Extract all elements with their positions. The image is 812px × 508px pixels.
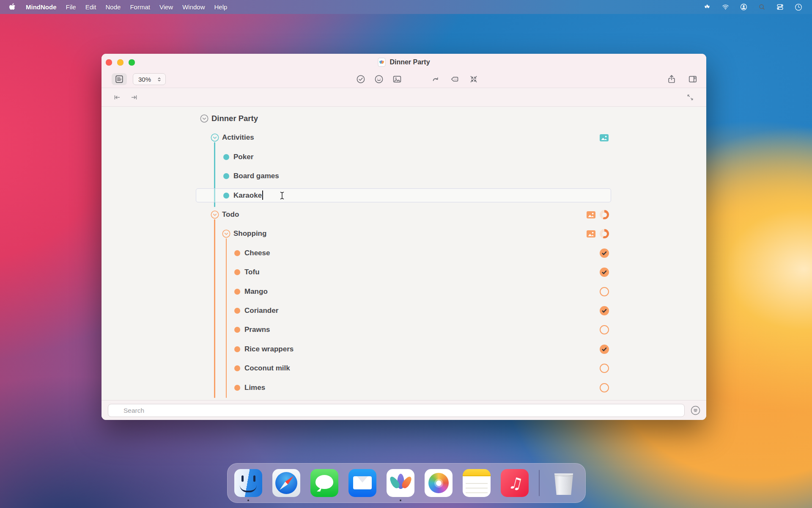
arrow-bar-right-icon[interactable] xyxy=(129,92,139,102)
outline-row-dinner-party[interactable]: Dinner Party xyxy=(102,109,706,128)
outline-row-board-games[interactable]: Board games xyxy=(102,167,706,185)
outline-row-tofu[interactable]: Tofu xyxy=(102,263,706,282)
task-circle-icon[interactable] xyxy=(356,74,366,84)
menu-format[interactable]: Format xyxy=(130,3,150,11)
arrow-bar-left-icon[interactable] xyxy=(112,92,122,102)
dock-photos-icon[interactable] xyxy=(425,469,453,497)
zoom-level: 30% xyxy=(138,76,151,83)
outline: Dinner PartyActivitiesPokerBoard gamesKa… xyxy=(102,107,706,400)
minimize-button[interactable] xyxy=(117,59,123,66)
search-bar xyxy=(102,400,706,420)
disclosure-chevron-icon[interactable] xyxy=(222,229,230,238)
outline-row-poker[interactable]: Poker xyxy=(102,148,706,166)
toolbar-center-b xyxy=(431,74,479,84)
disclosure-chevron-icon[interactable] xyxy=(211,133,219,142)
menu-edit[interactable]: Edit xyxy=(85,3,96,11)
disclosure-chevron-icon[interactable] xyxy=(211,210,219,219)
running-indicator xyxy=(400,500,402,502)
ibeam-cursor xyxy=(279,191,285,202)
menu-node[interactable]: Node xyxy=(106,3,121,11)
expand-diagonal-icon[interactable] xyxy=(685,92,695,102)
user-icon[interactable] xyxy=(740,3,748,11)
wifi-icon[interactable] xyxy=(721,3,730,11)
mindnode-leaf-icon[interactable] xyxy=(703,3,711,11)
close-button[interactable] xyxy=(106,59,112,66)
redo-arrow-icon[interactable] xyxy=(431,74,441,84)
node-label: Coriander xyxy=(244,301,278,320)
node-label: Shopping xyxy=(233,224,266,243)
node-label: Poker xyxy=(233,148,253,166)
node-label: Coconut milk xyxy=(244,359,290,378)
node-bullet xyxy=(234,327,240,333)
zoom-stepper[interactable]: 30% xyxy=(133,73,166,85)
clock-icon[interactable] xyxy=(794,3,803,11)
dock-mindnode-icon[interactable] xyxy=(387,469,414,497)
outline-row-cheese[interactable]: Cheese xyxy=(102,244,706,262)
menu-help[interactable]: Help xyxy=(214,3,228,11)
zoom-button[interactable] xyxy=(129,59,135,66)
share-icon[interactable] xyxy=(667,74,677,84)
outline-row-coriander[interactable]: Coriander xyxy=(102,301,706,320)
search-icon[interactable] xyxy=(758,3,766,11)
window-controls xyxy=(106,59,135,66)
search-input[interactable] xyxy=(108,404,685,417)
node-bullet xyxy=(234,346,240,352)
tag-dots-icon[interactable] xyxy=(450,74,460,84)
outline-nav-row xyxy=(102,88,706,107)
menu-file[interactable]: File xyxy=(66,3,76,11)
node-label: Cheese xyxy=(244,244,270,262)
task-checkbox[interactable] xyxy=(600,287,609,296)
outline-row-karaoke[interactable]: Karaoke xyxy=(102,186,706,205)
toolbar-left: 30% xyxy=(112,73,166,85)
dock-music-icon[interactable] xyxy=(501,469,529,497)
disclosure-chevron-icon[interactable] xyxy=(200,114,208,123)
control-center-icon[interactable] xyxy=(776,3,784,11)
node-bullet xyxy=(223,193,229,199)
dock-trash-icon[interactable] xyxy=(550,469,578,497)
menu-mindnode[interactable]: MindNode xyxy=(26,3,57,11)
progress-ring xyxy=(600,210,609,219)
nav-right-icons xyxy=(685,92,695,102)
smiley-icon[interactable] xyxy=(374,74,384,84)
node-label: Dinner Party xyxy=(211,109,258,128)
outline-row-rice-wrappers[interactable]: Rice wrappers xyxy=(102,340,706,359)
outline-row-shopping[interactable]: Shopping xyxy=(102,224,706,243)
task-checkbox[interactable] xyxy=(600,268,609,277)
filter-button[interactable] xyxy=(690,405,701,416)
task-checkbox[interactable] xyxy=(600,306,609,315)
task-checkbox[interactable] xyxy=(600,248,609,258)
toolbar-right xyxy=(667,74,698,84)
image-tool-icon[interactable] xyxy=(392,74,402,84)
task-checkbox[interactable] xyxy=(600,345,609,354)
node-label: Activities xyxy=(222,128,254,147)
panel-right-icon[interactable] xyxy=(688,74,698,84)
dock-mail-icon[interactable] xyxy=(348,469,376,497)
outline-row-coconut-milk[interactable]: Coconut milk xyxy=(102,359,706,378)
outline-row-prawns[interactable]: Prawns xyxy=(102,320,706,339)
collapse-arrows-icon[interactable] xyxy=(469,74,479,84)
title-bar[interactable]: Dinner Party xyxy=(102,54,706,71)
outline-row-mango[interactable]: Mango xyxy=(102,282,706,301)
node-bullet xyxy=(234,308,240,314)
task-checkbox[interactable] xyxy=(600,383,609,392)
node-label: Rice wrappers xyxy=(244,340,294,359)
task-checkbox[interactable] xyxy=(600,325,609,334)
running-indicator xyxy=(247,500,250,502)
stepper-chevrons-icon[interactable] xyxy=(156,76,163,83)
image-badge-icon xyxy=(587,230,595,237)
dock xyxy=(227,463,586,503)
menu-view[interactable]: View xyxy=(159,3,173,11)
outline-view-button[interactable] xyxy=(112,73,127,85)
apple-menu-icon[interactable] xyxy=(9,3,16,11)
task-checkbox[interactable] xyxy=(600,364,609,373)
outline-row-todo[interactable]: Todo xyxy=(102,205,706,224)
node-bullet xyxy=(234,250,240,256)
dock-safari-icon[interactable] xyxy=(272,469,300,497)
outline-row-limes[interactable]: Limes xyxy=(102,378,706,397)
dock-messages-icon[interactable] xyxy=(310,469,338,497)
dock-notes-icon[interactable] xyxy=(463,469,491,497)
dock-finder-icon[interactable] xyxy=(234,469,262,497)
menu-window[interactable]: Window xyxy=(182,3,205,11)
outline-row-activities[interactable]: Activities xyxy=(102,128,706,147)
node-label: Prawns xyxy=(244,320,270,339)
